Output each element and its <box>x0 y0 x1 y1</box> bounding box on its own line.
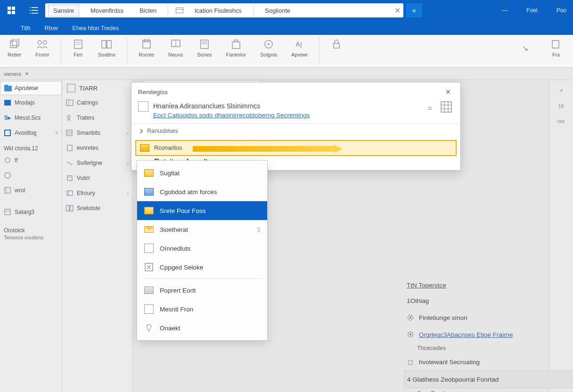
ribbon-btn-6[interactable]: Sones <box>194 38 214 58</box>
close-icon[interactable]: ✕ <box>25 71 29 76</box>
svg-rect-53 <box>66 205 69 211</box>
tab-2[interactable]: Ehea hfon Tredes <box>71 22 121 34</box>
svg-rect-36 <box>5 130 10 136</box>
search-seg-1[interactable]: Movenfirdss <box>86 5 128 16</box>
ribbon-tail-1[interactable]: Frs <box>548 38 565 58</box>
dialog-heading-2[interactable]: Eoct Catiooidss sodo dhasinirrecobtobern… <box>153 112 453 119</box>
nav2-row-6[interactable]: Efroury› <box>62 186 132 201</box>
svg-rect-34 <box>4 85 8 87</box>
menu-item-0[interactable]: Sugltat <box>137 163 267 182</box>
dialog-sublabel: Ranuobises <box>147 128 178 134</box>
ribbon-tail-0[interactable]: ↘ <box>516 41 533 55</box>
menu-item-2[interactable]: Srete Pour Foss <box>137 201 267 220</box>
tab-1[interactable]: Rlxer <box>42 22 60 34</box>
equals-icon[interactable]: = <box>428 104 432 113</box>
search-seg-0[interactable]: Sansire <box>48 5 79 16</box>
svg-rect-19 <box>102 41 106 48</box>
ribbon-btn-5[interactable]: Neuvs <box>165 38 186 58</box>
menu-item-6[interactable]: Poprert Eortt <box>137 281 267 300</box>
ribbon-btn-lock[interactable] <box>328 38 345 53</box>
search-seg-4[interactable]: Soglionte <box>260 5 295 16</box>
nav2-row-5[interactable]: Vutirr <box>62 171 132 186</box>
dialog-heading-1: Hnaníea Adirasnanclues Slsinimrncs <box>153 102 453 110</box>
card-icon <box>176 8 183 13</box>
dialog-sublabel-row[interactable]: Ranuobises <box>131 124 460 138</box>
ribbon-separator <box>319 38 319 64</box>
search-seg-2[interactable]: Bicten <box>135 5 161 16</box>
nav2-row-0[interactable]: Catrings <box>62 95 132 110</box>
ribbon-btn-4[interactable]: Rorote <box>136 38 157 58</box>
nav1-row-0[interactable]: Mrodajs <box>0 95 62 110</box>
search-seg-3[interactable]: lcation Fisdeshcs <box>190 5 246 16</box>
ribbon-separator <box>127 38 127 64</box>
tab-strip: Tith Rlxer Ehea hfon Tredes <box>0 21 573 35</box>
tab-0[interactable]: Tith <box>19 22 32 34</box>
menu-item-7[interactable]: Mesntl Fron <box>137 300 267 318</box>
nav2-row-3[interactable]: evnretes <box>62 140 132 155</box>
nav1-row-3[interactable]: Wkl ctonta.12 <box>0 140 62 153</box>
svg-rect-54 <box>70 205 73 211</box>
ribbon-btn-2[interactable]: Fen <box>70 38 87 58</box>
nav1-row-5[interactable] <box>0 168 62 183</box>
ribbon-btn-8[interactable]: Solgnis <box>257 38 280 58</box>
bg-row-0[interactable]: 1Othiag <box>404 293 573 309</box>
bg-row-5[interactable]: 4 Glatihess Zeobpourral Fonrtad↖ <box>404 370 573 388</box>
menu-item-3[interactable]: 3ioetherat▯ <box>137 220 267 239</box>
ribbon-btn-7[interactable]: Fanimlor <box>223 38 249 58</box>
ribbon-btn-3[interactable]: Soattnx <box>95 38 118 58</box>
bg-row-1[interactable]: ⦿Finletiunge sínon <box>404 309 573 326</box>
svg-rect-42 <box>66 100 73 106</box>
bg-header[interactable]: TtN Toperstce <box>404 278 573 293</box>
nav1-row-1[interactable]: S▸Messt.Scs <box>0 110 62 125</box>
menu-item-1[interactable]: Cgobdod atm forces <box>137 182 267 201</box>
dialog-highlight-label: Rconaritos <box>154 145 182 151</box>
nav1-row-4[interactable]: tf <box>0 153 62 168</box>
ribbon-separator <box>61 38 61 64</box>
svg-rect-6 <box>30 10 31 11</box>
svg-point-44 <box>67 115 70 118</box>
nav1-row-2[interactable]: Avoidtog= <box>0 125 62 140</box>
rail-item-0[interactable]: 18 <box>558 103 564 109</box>
nav2-header-label: TIARR <box>79 85 98 92</box>
clear-icon[interactable]: ✕ <box>394 6 401 15</box>
list-icon[interactable] <box>23 7 45 14</box>
grid-icon[interactable] <box>441 101 452 113</box>
svg-rect-48 <box>67 145 72 151</box>
ribbon-btn-1[interactable]: Fromr <box>33 38 52 58</box>
search-box[interactable]: Sansire Movenfirdss Bicten lcation Fisde… <box>45 3 403 17</box>
nav2-row-4[interactable]: Svifertgne› <box>62 155 132 171</box>
svg-point-15 <box>43 41 47 44</box>
nav1-footer-1[interactable]: Orotolck <box>0 222 62 235</box>
rail-item-1[interactable]: ras <box>557 118 565 124</box>
back-icon[interactable] <box>139 129 143 133</box>
nav2-row-1[interactable]: Traters <box>62 110 132 125</box>
subheader-label: vieners <box>4 71 21 77</box>
help-button[interactable]: « <box>406 3 422 17</box>
svg-rect-5 <box>32 7 38 8</box>
nav1-row-6[interactable]: wrot <box>0 183 62 198</box>
nav2-row-7[interactable]: Snelotste <box>62 201 132 216</box>
nav1-header[interactable]: Aprutese <box>0 81 62 95</box>
dialog-highlight-row[interactable]: Rconaritos <box>135 140 457 156</box>
app-icon[interactable] <box>0 0 23 21</box>
menu-item-8[interactable]: Onaekt <box>137 318 267 337</box>
nav2-row-2[interactable]: Smanbits› <box>62 125 132 140</box>
menu-item-5[interactable]: Cppged Seloke <box>137 258 267 277</box>
close-icon[interactable]: ✕ <box>442 87 454 97</box>
svg-rect-1 <box>12 7 15 10</box>
title-dash: ― <box>502 7 508 14</box>
separator <box>168 6 168 15</box>
dialog: Renitegiss ✕ Hnaníea Adirasnanclues Slsi… <box>131 82 461 171</box>
svg-rect-31 <box>334 43 339 48</box>
menu-item-4[interactable]: Oínnedluts <box>137 239 267 258</box>
title-right-1[interactable]: Poo <box>557 7 566 14</box>
titlebar: Sansire Movenfirdss Bicten lcation Fisde… <box>0 0 573 21</box>
rail-arrow-icon[interactable]: ↗ <box>559 88 563 94</box>
title-right-0[interactable]: Foel <box>526 7 537 14</box>
ribbon-btn-9[interactable]: Aprewr <box>288 38 311 58</box>
nav1-row-7[interactable]: Satarg3 <box>0 204 62 220</box>
nav2-header[interactable]: TIARR <box>62 81 132 95</box>
bg-row-2[interactable]: ⦿Orgrlegc3Abacnses Etioe Frairne <box>404 326 573 343</box>
ribbon-btn-0[interactable]: Retier <box>5 38 24 58</box>
bg-row-4[interactable]: ◻hvotewanl Secroating <box>404 353 573 370</box>
